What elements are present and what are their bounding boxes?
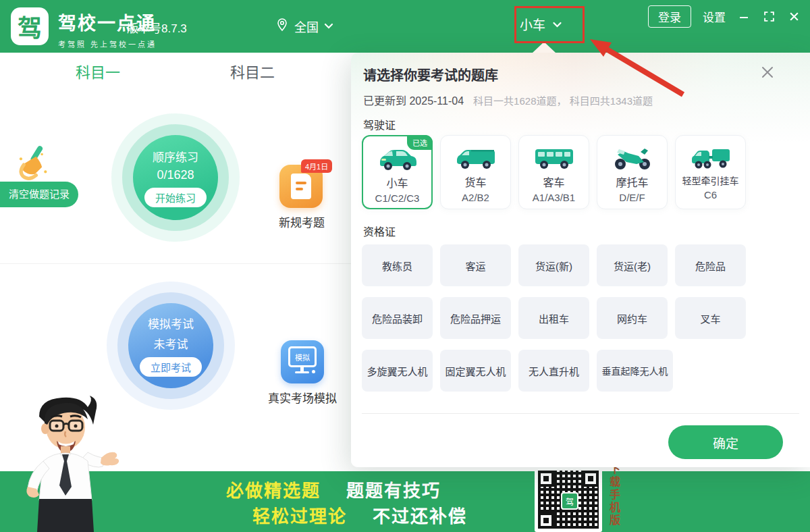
real-exam-icon[interactable]: 模拟: [281, 340, 324, 383]
qual-button[interactable]: 危险品装卸: [362, 297, 433, 339]
qual-button[interactable]: 叉车: [675, 297, 746, 339]
chevron-down-icon: [324, 19, 333, 33]
vehicle-name: 摩托车: [616, 174, 648, 190]
tab-subject-2[interactable]: 科目二: [217, 53, 288, 89]
sequence-practice-core[interactable]: 顺序练习 0/1628 开始练习: [133, 135, 218, 220]
mock-exam-widget[interactable]: 模拟考试 未考试 立即考试: [107, 282, 235, 410]
broom-icon: [16, 146, 51, 186]
clear-records-button[interactable]: 清空做题记录: [0, 182, 78, 207]
close-icon[interactable]: [760, 65, 775, 82]
selected-badge: 已选: [407, 135, 433, 150]
qual-button[interactable]: 货运(新): [518, 244, 589, 286]
vehicle-card-truck[interactable]: 货车 A2/B2: [440, 135, 511, 209]
sequence-practice-title: 顺序练习: [153, 148, 198, 165]
new-rules-label: 新规考题: [265, 213, 339, 230]
vehicle-codes: D/E/F: [619, 192, 645, 203]
promo-banner: 必做精选题题题有技巧 轻松过理论不过还补偿: [0, 471, 810, 532]
header-bar: 驾 驾校一点通 考驾照 先上驾校一点通 版本号8.7.3 全国 小车: [0, 0, 810, 53]
vehicle-card-car[interactable]: 已选 小车 C1/C2/C3: [362, 135, 433, 209]
qual-button[interactable]: 客运: [440, 244, 511, 286]
vehicle-card-trailer[interactable]: 轻型牵引挂车 C6: [675, 135, 746, 209]
version-label: 版本号8.7.3: [127, 19, 187, 36]
monitor-icon: 模拟: [288, 346, 317, 367]
doc-line: [296, 182, 306, 184]
sequence-practice-progress: 0/1628: [157, 168, 194, 182]
start-practice-button[interactable]: 开始练习: [144, 188, 207, 207]
slogan-text: 不过还补偿: [373, 506, 467, 527]
app-logo-char: 驾: [18, 9, 42, 44]
minimize-button[interactable]: [737, 10, 751, 24]
mock-exam-status: 未考试: [154, 335, 188, 352]
region-label: 全国: [294, 18, 319, 35]
qual-button[interactable]: 出租车: [518, 297, 589, 339]
updated-date: 已更新到 2025-11-04: [363, 92, 464, 108]
qual-button[interactable]: 货运(老): [597, 244, 668, 286]
qr-finder: [538, 512, 554, 529]
confirm-button[interactable]: 确定: [668, 425, 783, 459]
vehicle-card-motorcycle[interactable]: 摩托车 D/E/F: [597, 135, 668, 209]
qual-button[interactable]: 无人直升机: [518, 350, 589, 392]
window-controls: 登录 设置: [648, 5, 801, 28]
qr-code: 驾: [535, 467, 602, 532]
qualification-list: 教练员 客运 货运(新) 货运(老) 危险品 危险品装卸 危险品押运 出租车 网…: [362, 244, 807, 392]
slogan-highlight: 轻松过理论: [252, 506, 347, 527]
monitor-icon-text: 模拟: [295, 352, 310, 363]
app-window: 驾 驾校一点通 考驾照 先上驾校一点通 版本号8.7.3 全国 小车: [0, 0, 810, 532]
close-window-button[interactable]: [787, 10, 801, 24]
qr-caption: 下载手机版: [605, 463, 622, 527]
doc-line: [296, 188, 303, 190]
tab-subject-1[interactable]: 科目一: [63, 53, 133, 89]
question-bank-modal: 请选择你要考试的题库 已更新到 2025-11-04 科目一共1628道题， 科…: [351, 53, 810, 467]
qual-button[interactable]: 网约车: [597, 297, 668, 339]
app-subtitle: 考驾照 先上驾校一点通: [58, 38, 157, 49]
license-section-label: 驾驶证: [363, 116, 396, 132]
qr-center-logo: 驾: [561, 492, 578, 510]
vehicle-codes: A2/B2: [462, 192, 489, 203]
slogan-text: 题题有技巧: [346, 481, 441, 501]
settings-button[interactable]: 设置: [703, 8, 726, 25]
vehicle-name: 小车: [386, 174, 408, 190]
bus-icon: [533, 144, 576, 171]
vehicle-name: 轻型牵引挂车: [682, 174, 739, 187]
qual-button[interactable]: 危险品: [675, 244, 746, 286]
vehicle-card-list: 已选 小车 C1/C2/C3: [362, 135, 746, 209]
slogan-highlight: 必做精选题: [226, 481, 321, 501]
qualification-section-label: 资格证: [363, 223, 396, 239]
vehicle-codes: C6: [704, 189, 717, 201]
mouse-dot: [312, 370, 315, 373]
update-info: 已更新到 2025-11-04 科目一共1628道题， 科目四共1343道题: [363, 92, 653, 108]
slogan-line-1: 必做精选题题题有技巧: [226, 477, 441, 502]
vehicle-card-bus[interactable]: 客车 A1/A3/B1: [518, 135, 589, 209]
qual-button[interactable]: 垂直起降无人机: [597, 350, 673, 392]
login-button[interactable]: 登录: [648, 5, 691, 28]
app-logo: 驾: [11, 7, 49, 45]
truck-icon: [454, 144, 497, 171]
mock-exam-core[interactable]: 模拟考试 未考试 立即考试: [128, 303, 213, 388]
mock-exam-title: 模拟考试: [148, 315, 194, 331]
vehicle-codes: A1/A3/B1: [533, 192, 575, 203]
real-exam-label: 真实考场模拟: [252, 389, 352, 406]
take-exam-button[interactable]: 立即考试: [140, 357, 202, 377]
location-pin-icon: [275, 17, 289, 35]
vehicle-name: 货车: [464, 174, 486, 190]
qr-finder: [538, 471, 554, 487]
section-divider: [0, 263, 351, 264]
qual-button[interactable]: 教练员: [362, 244, 433, 286]
fullscreen-button[interactable]: [762, 10, 776, 24]
qr-finder: [583, 471, 599, 487]
modal-divider: [362, 413, 799, 414]
modal-callout-arrow: [533, 42, 556, 53]
region-selector[interactable]: 全国: [275, 17, 333, 35]
sequence-practice-widget[interactable]: 顺序练习 0/1628 开始练习: [111, 113, 240, 242]
modal-title: 请选择你要考试的题库: [363, 65, 498, 84]
mascot-illustration: [0, 394, 122, 532]
slogan-line-2: 轻松过理论不过还补偿: [252, 502, 467, 527]
qual-button[interactable]: 多旋翼无人机: [362, 350, 433, 392]
annotation-highlight-box: [514, 6, 585, 43]
document-icon: [291, 174, 311, 199]
vehicle-codes: C1/C2/C3: [375, 192, 420, 204]
trailer-icon: [689, 144, 732, 171]
qual-button[interactable]: 固定翼无人机: [440, 350, 511, 392]
vehicle-name: 客车: [543, 174, 564, 190]
qual-button[interactable]: 危险品押运: [440, 297, 511, 339]
